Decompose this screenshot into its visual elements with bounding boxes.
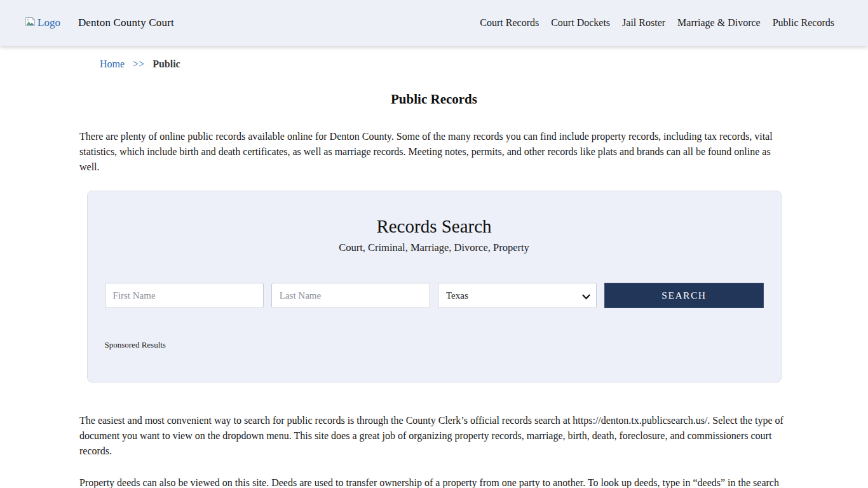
main-nav: Court Records Court Dockets Jail Roster …	[480, 17, 834, 29]
logo-alt-text: Logo	[37, 17, 60, 29]
intro-paragraph: There are plenty of online public record…	[79, 129, 789, 175]
breadcrumb: Home >> Public	[100, 58, 789, 70]
property-deeds-paragraph: Property deeds can also be viewed on thi…	[79, 475, 789, 488]
nav-item-court-records[interactable]: Court Records	[480, 17, 539, 29]
breadcrumb-current: Public	[153, 58, 180, 69]
page-title: Public Records	[79, 92, 789, 107]
records-search-card: Records Search Court, Criminal, Marriage…	[87, 191, 782, 383]
state-select-wrap: Texas	[438, 283, 597, 308]
nav-item-jail-roster[interactable]: Jail Roster	[622, 17, 665, 29]
search-card-title: Records Search	[105, 216, 764, 237]
clerk-search-paragraph: The easiest and most convenient way to s…	[79, 413, 789, 459]
broken-image-icon	[25, 17, 36, 30]
breadcrumb-home-link[interactable]: Home	[100, 58, 125, 69]
search-card-subtitle: Court, Criminal, Marriage, Divorce, Prop…	[105, 241, 764, 254]
search-form: Texas SEARCH	[105, 283, 764, 308]
breadcrumb-separator: >>	[133, 58, 144, 69]
first-name-input[interactable]	[105, 283, 264, 308]
logo-link[interactable]: Logo	[25, 17, 60, 30]
nav-item-court-dockets[interactable]: Court Dockets	[551, 17, 610, 29]
nav-item-public-records[interactable]: Public Records	[773, 17, 834, 29]
site-title: Denton County Court	[78, 17, 174, 29]
nav-item-marriage-divorce[interactable]: Marriage & Divorce	[677, 17, 761, 29]
search-button[interactable]: SEARCH	[604, 283, 763, 308]
site-header: Logo Denton County Court Court Records C…	[0, 0, 868, 46]
sponsored-results-label: Sponsored Results	[105, 340, 764, 350]
state-select[interactable]: Texas	[438, 283, 597, 308]
content-container: Home >> Public Public Records There are …	[79, 58, 789, 488]
last-name-input[interactable]	[271, 283, 430, 308]
